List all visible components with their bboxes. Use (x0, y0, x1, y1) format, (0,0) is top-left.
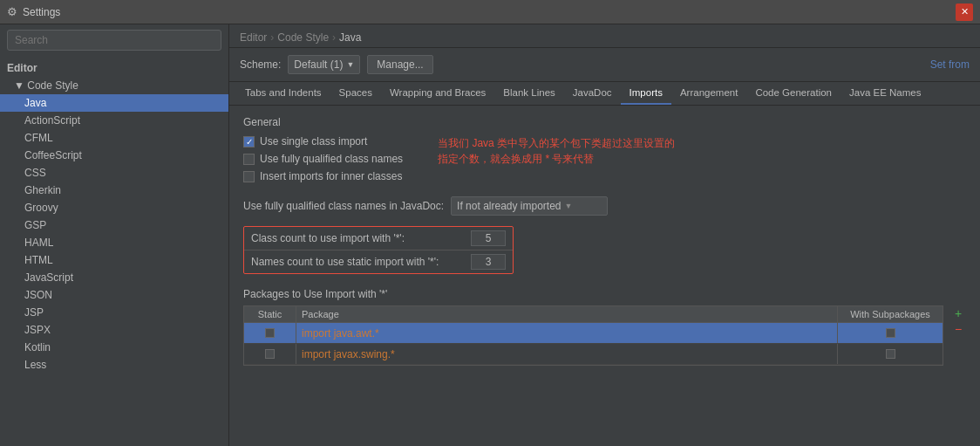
set-from-link[interactable]: Set from (930, 58, 970, 71)
remove-package-button[interactable]: − (950, 321, 966, 337)
close-button[interactable]: ✕ (956, 3, 973, 21)
pkg-package-0: import java.awt.* (296, 323, 838, 343)
sidebar-item-less[interactable]: Less (0, 356, 228, 374)
packages-table-header: Static Package With Subpackages (243, 305, 943, 322)
sidebar-item-coffeescript[interactable]: CoffeeScript (0, 147, 228, 164)
general-section-label: General (243, 116, 966, 128)
scheme-label: Scheme: (240, 58, 281, 71)
breadcrumb: Editor › Code Style › Java (229, 24, 980, 48)
javadoc-row: Use fully qualified class names in JavaD… (243, 196, 966, 216)
package-text-1: import javax.swing.* (302, 348, 395, 360)
sidebar-item-gherkin[interactable]: Gherkin (0, 182, 228, 199)
names-count-row: Names count to use static import with '*… (244, 250, 513, 273)
imports-tab-content: General ✓ Use single class import Use fu… (229, 106, 980, 446)
pkg-static-0 (244, 323, 296, 343)
breadcrumb-sep-1: › (270, 31, 274, 44)
pkg-with-0 (838, 323, 943, 343)
scheme-select[interactable]: Default (1) ▼ (288, 55, 360, 74)
sidebar-item-code-style[interactable]: ▼ Code Style (0, 77, 228, 94)
tab-blank-lines[interactable]: Blank Lines (494, 82, 563, 105)
scheme-value: Default (1) (294, 58, 343, 71)
tab-java-ee-names[interactable]: Java EE Names (840, 82, 929, 105)
packages-outer: Static Package With Subpackages import j… (243, 305, 966, 366)
tab-code-generation[interactable]: Code Generation (746, 82, 840, 105)
packages-section-label: Packages to Use Import with '*' (243, 288, 966, 300)
tab-javadoc[interactable]: JavaDoc (564, 82, 621, 105)
javadoc-option: If not already imported (457, 200, 561, 212)
main-layout: Editor ▼ Code Style Java ActionScript CF… (0, 24, 980, 446)
content-area: Editor › Code Style › Java Scheme: Defau… (229, 24, 980, 446)
tab-wrapping-and-braces[interactable]: Wrapping and Braces (381, 82, 494, 105)
search-input[interactable] (7, 30, 221, 51)
use-qualified-class-names-checkbox[interactable] (243, 154, 255, 165)
class-count-row: Class count to use import with '*': (244, 227, 513, 250)
sidebar-item-html[interactable]: HTML (0, 251, 228, 269)
breadcrumb-sep-2: › (332, 31, 336, 44)
use-single-class-import-label: Use single class import (260, 135, 367, 148)
chinese-annotation: 当我们 Java 类中导入的某个包下类超过这里设置的指定个数，就会换成用 * 号… (438, 135, 682, 188)
pkg-static-1 (244, 344, 296, 364)
names-count-label: Names count to use static import with '*… (251, 256, 464, 268)
pkg-with-checkbox-1[interactable] (886, 349, 895, 359)
general-options: ✓ Use single class import Use fully qual… (243, 135, 966, 188)
use-qualified-class-names-label: Use fully qualified class names (260, 153, 403, 165)
sidebar-item-jspx[interactable]: JSPX (0, 321, 228, 339)
tab-tabs-and-indents[interactable]: Tabs and Indents (236, 82, 330, 105)
pkg-with-checkbox-0[interactable] (886, 328, 895, 338)
sidebar-item-css[interactable]: CSS (0, 164, 228, 182)
insert-imports-inner-checkbox[interactable] (243, 171, 255, 182)
manage-button[interactable]: Manage... (367, 55, 432, 74)
titlebar: ⚙ Settings ✕ (0, 0, 980, 24)
col-package-header: Package (296, 306, 838, 322)
window-title: Settings (23, 6, 950, 18)
javadoc-dropdown[interactable]: If not already imported ▼ (451, 196, 608, 216)
insert-imports-inner-label: Insert imports for inner classes (260, 170, 402, 182)
sidebar-item-haml[interactable]: HAML (0, 234, 228, 251)
sidebar-item-jsp[interactable]: JSP (0, 304, 228, 321)
javadoc-label: Use fully qualified class names in JavaD… (243, 200, 444, 212)
pkg-package-1: import javax.swing.* (296, 344, 838, 364)
class-count-input[interactable] (471, 230, 506, 246)
checkboxes-column: ✓ Use single class import Use fully qual… (243, 135, 403, 188)
settings-icon: ⚙ (7, 5, 17, 18)
sidebar-item-json[interactable]: JSON (0, 286, 228, 304)
chevron-down-icon: ▼ (346, 60, 354, 69)
package-actions: + − (950, 305, 966, 337)
table-row[interactable]: import java.awt.* (244, 323, 943, 344)
chevron-down-icon: ▼ (565, 202, 573, 210)
scheme-row: Scheme: Default (1) ▼ Manage... Set from (229, 48, 980, 82)
tab-arrangement[interactable]: Arrangement (671, 82, 746, 105)
pkg-static-checkbox-0[interactable] (265, 328, 275, 338)
sidebar-item-javascript[interactable]: JavaScript (0, 269, 228, 286)
tabs-bar: Tabs and Indents Spaces Wrapping and Bra… (229, 82, 980, 106)
use-single-class-import-checkbox[interactable]: ✓ (243, 136, 255, 148)
sidebar-item-gsp[interactable]: GSP (0, 216, 228, 234)
pkg-with-1 (838, 344, 943, 364)
add-package-button[interactable]: + (950, 305, 966, 321)
packages-table-wrapper: Static Package With Subpackages import j… (243, 305, 943, 366)
pkg-static-checkbox-1[interactable] (265, 349, 275, 359)
tab-spaces[interactable]: Spaces (330, 82, 381, 105)
col-with-header: With Subpackages (838, 306, 943, 322)
breadcrumb-editor: Editor (240, 31, 267, 44)
checkbox-row-qualified: Use fully qualified class names (243, 153, 403, 165)
class-count-label: Class count to use import with '*': (251, 232, 464, 244)
package-text-0: import java.awt.* (302, 327, 379, 340)
tab-imports[interactable]: Imports (621, 82, 671, 105)
sidebar-item-groovy[interactable]: Groovy (0, 199, 228, 216)
checkbox-row-single: ✓ Use single class import (243, 135, 403, 148)
sidebar-item-kotlin[interactable]: Kotlin (0, 339, 228, 356)
breadcrumb-codestyle: Code Style (277, 31, 329, 44)
sidebar-item-editor[interactable]: Editor (0, 59, 228, 77)
checkbox-row-inner: Insert imports for inner classes (243, 170, 403, 182)
sidebar-item-cfml[interactable]: CFML (0, 129, 228, 147)
breadcrumb-java: Java (339, 31, 361, 44)
sidebar-item-actionscript[interactable]: ActionScript (0, 112, 228, 129)
packages-table-body: import java.awt.* import javax.swi (243, 322, 943, 366)
sidebar-tree: Editor ▼ Code Style Java ActionScript CF… (0, 56, 228, 446)
names-count-input[interactable] (471, 254, 506, 270)
table-row[interactable]: import javax.swing.* (244, 344, 943, 365)
count-table: Class count to use import with '*': Name… (243, 226, 514, 274)
sidebar-item-java[interactable]: Java (0, 94, 228, 112)
sidebar: Editor ▼ Code Style Java ActionScript CF… (0, 24, 229, 446)
